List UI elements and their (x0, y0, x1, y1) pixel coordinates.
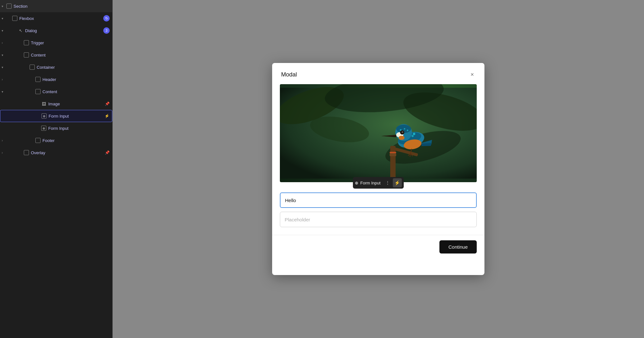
chevron-icon: ▾ (0, 53, 5, 57)
modal-footer: Continue (272, 235, 484, 261)
sidebar-item-label: Image (48, 102, 103, 106)
sidebar-item-container[interactable]: ▾Container (0, 61, 112, 73)
image-icon: 🖼 (41, 101, 46, 106)
modal-title: Modal (281, 71, 297, 78)
sidebar-item-flexbox[interactable]: ▾Flexbox↻ (0, 12, 112, 24)
chevron-icon: › (0, 139, 5, 142)
sidebar-item-footer[interactable]: ›Footer (0, 134, 112, 147)
sidebar-item-content2[interactable]: ▾Content (0, 85, 112, 98)
sidebar-item-label: Footer (42, 138, 110, 143)
square-icon (12, 16, 17, 21)
sidebar-item-trigger[interactable]: ›Trigger (0, 37, 112, 49)
toolbar-lightning-button[interactable]: ⚡ (393, 178, 402, 187)
sidebar-item-label: Dialog (25, 28, 101, 33)
sidebar-item-label: Content (31, 53, 110, 58)
sidebar-item-label: Header (42, 77, 110, 82)
svg-rect-34 (390, 152, 396, 153)
square-icon (35, 77, 41, 82)
square-icon (24, 150, 29, 155)
chevron-icon: ▾ (0, 29, 5, 32)
sidebar-item-label: Container (37, 65, 110, 70)
form-input-icon: ⊕ (355, 181, 358, 185)
chevron-icon: ▾ (0, 17, 5, 20)
svg-point-20 (404, 128, 405, 130)
cursor-icon: ↖ (18, 28, 23, 33)
toolbar-dots-button[interactable]: ⋮ (383, 178, 392, 187)
modal-image (280, 84, 477, 182)
chevron-icon: › (0, 151, 5, 155)
modal-inputs (272, 182, 484, 232)
sidebar-item-label: Form Input (49, 114, 103, 119)
sidebar-item-overlay[interactable]: ›Overlay📌 (0, 147, 112, 159)
square-icon (24, 40, 29, 45)
refresh-icon[interactable]: ↻ (103, 15, 110, 22)
svg-rect-6 (390, 146, 396, 179)
square-icon (35, 138, 41, 143)
sidebar-item-forminput2[interactable]: ⊕Form Input (0, 122, 112, 134)
square-icon (24, 52, 29, 58)
pin-icon: 📌 (105, 150, 110, 155)
modal-image-container: ⊕ Form Input ⋮ ⚡ (280, 84, 477, 182)
forminput-icon: ⊕ (41, 126, 46, 131)
chevron-icon: › (0, 78, 5, 81)
sidebar-item-label: Content (42, 89, 110, 94)
chevron-icon: ▾ (0, 90, 5, 93)
sidebar-item-content[interactable]: ▾Content (0, 49, 112, 61)
square-icon (6, 4, 12, 9)
sidebar-item-dialog[interactable]: ▾↖Dialog3 (0, 24, 112, 37)
sidebar-item-header[interactable]: ›Header (0, 73, 112, 85)
sidebar-item-label: Flexbox (19, 16, 101, 21)
sidebar-item-label: Section (14, 4, 110, 9)
square-icon (30, 65, 35, 70)
svg-point-23 (399, 136, 405, 140)
modal-header: Modal × (272, 63, 484, 84)
svg-point-25 (401, 131, 403, 133)
close-button[interactable]: × (468, 70, 477, 79)
pin-icon: 📌 (105, 102, 110, 106)
lightning-icon[interactable]: ⚡ (105, 114, 109, 118)
first-form-input[interactable] (280, 192, 477, 208)
svg-point-21 (407, 129, 409, 131)
square-icon (35, 89, 41, 94)
chevron-icon: ▾ (0, 66, 5, 69)
canvas: Modal × (113, 0, 644, 338)
svg-point-15 (411, 135, 413, 137)
sidebar-item-section[interactable]: ▾Section (0, 0, 112, 12)
sidebar-item-label: Overlay (31, 150, 103, 155)
toolbar-form-input-label: Form Input (360, 181, 381, 185)
sidebar-item-image[interactable]: 🖼Image📌 (0, 98, 112, 110)
svg-point-13 (413, 133, 415, 135)
continue-button[interactable]: Continue (439, 240, 477, 254)
modal-window: Modal × (272, 63, 484, 275)
chevron-icon: › (0, 41, 5, 45)
forminput-icon: ⊕ (41, 113, 47, 119)
sidebar-item-forminput1[interactable]: ⊕Form Input⚡ (0, 110, 112, 122)
sidebar-item-label: Trigger (31, 40, 110, 45)
form-input-toolbar: ⊕ Form Input ⋮ ⚡ (353, 177, 404, 189)
badge: 3 (103, 27, 110, 34)
svg-rect-7 (390, 153, 396, 156)
sidebar-item-label: Form Input (48, 126, 110, 131)
second-form-input[interactable] (280, 212, 477, 227)
sidebar: ▾Section▾Flexbox↻▾↖Dialog3›Trigger▾Conte… (0, 0, 113, 338)
chevron-icon: ▾ (0, 4, 5, 8)
